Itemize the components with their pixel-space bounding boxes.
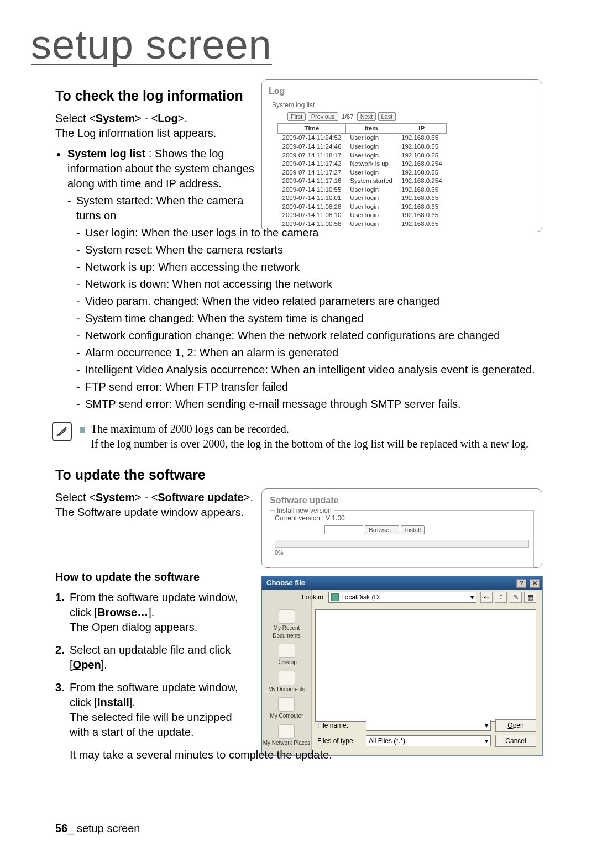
heading-update: To update the software — [55, 466, 542, 485]
note-icon — [52, 422, 72, 441]
log-item: Network configuration change: When the n… — [76, 328, 542, 343]
step-3-extra: It may take a several minutes to complet… — [55, 748, 542, 762]
step-3: From the software update window, click [… — [55, 680, 254, 740]
log-item: System started: When the camera turns on — [67, 193, 254, 223]
note-bullet-icon — [80, 427, 85, 433]
select-update-line: Select <System> - <Software update>. The… — [55, 490, 254, 520]
bullet-system-log-list: System log list : Shows the log informat… — [55, 146, 254, 223]
log-item: Network is down: When not accessing the … — [76, 277, 542, 292]
step-1: From the software update window, click [… — [55, 590, 254, 635]
log-item: User login: When the user logs in to the… — [76, 225, 542, 240]
log-item: SMTP send error: When sending e-mail mes… — [76, 397, 542, 412]
select-log-line: Select <System> - <Log>. The Log informa… — [55, 111, 254, 141]
note-text: The maximum of 2000 logs can be recorded… — [80, 422, 528, 451]
log-item: System reset: When the camera restarts — [76, 243, 542, 257]
log-item: System time changed: When the system tim… — [76, 311, 542, 326]
log-item: Intelligent Video Analysis occurrence: W… — [76, 362, 542, 377]
log-item: Video param. changed: When the video rel… — [76, 294, 542, 309]
log-item: FTP send error: When FTP transfer failed — [76, 380, 542, 394]
page-title: setup screen — [31, 27, 272, 65]
heading-log: To check the log information — [55, 87, 542, 106]
how-to-heading: How to update the software — [55, 570, 542, 585]
page-footer: 56_ setup screen — [55, 821, 140, 836]
log-item: Network is up: When accessing the networ… — [76, 260, 542, 275]
log-item: Alarm occurrence 1, 2: When an alarm is … — [76, 345, 542, 360]
step-2: Select an updatable file and click [Open… — [55, 643, 254, 672]
